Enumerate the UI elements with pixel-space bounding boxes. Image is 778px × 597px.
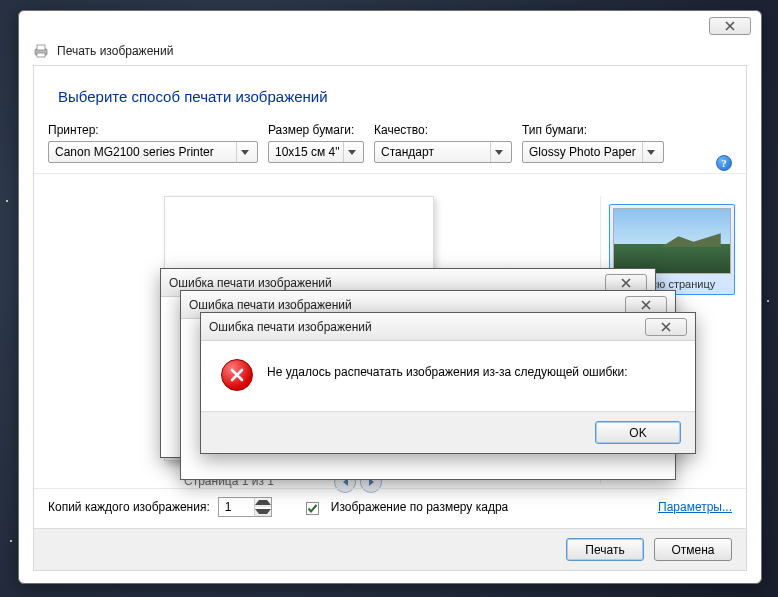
quality-select[interactable]: Стандарт bbox=[374, 141, 512, 163]
error-message: Не удалось распечатать изображения из-за… bbox=[267, 359, 628, 391]
parameters-link[interactable]: Параметры... bbox=[658, 500, 732, 514]
chevron-down-icon bbox=[490, 142, 507, 162]
print-button[interactable]: Печать bbox=[566, 538, 644, 561]
error-icon bbox=[221, 359, 253, 391]
print-button-label: Печать bbox=[585, 543, 624, 557]
window-close-button[interactable] bbox=[709, 17, 751, 35]
close-icon bbox=[639, 300, 653, 310]
fit-checkbox[interactable] bbox=[306, 502, 319, 515]
paper-size-value: 10x15 см 4"x bbox=[275, 145, 339, 159]
dialog-titlebar: Ошибка печати изображений bbox=[201, 313, 695, 341]
printer-icon bbox=[33, 43, 49, 59]
dialog-title: Ошибка печати изображений bbox=[169, 276, 332, 290]
close-icon bbox=[619, 278, 633, 288]
window-title-row: Печать изображений bbox=[19, 41, 761, 65]
chevron-down-icon bbox=[236, 142, 253, 162]
svg-rect-2 bbox=[37, 53, 45, 57]
printer-label: Принтер: bbox=[48, 123, 258, 137]
printer-select[interactable]: Canon MG2100 series Printer bbox=[48, 141, 258, 163]
printer-value: Canon MG2100 series Printer bbox=[55, 145, 214, 159]
quality-value: Стандарт bbox=[381, 145, 434, 159]
chevron-down-icon bbox=[343, 142, 359, 162]
paper-type-select[interactable]: Glossy Photo Paper bbox=[522, 141, 664, 163]
paper-size-select[interactable]: 10x15 см 4"x bbox=[268, 141, 364, 163]
ok-button[interactable]: OK bbox=[595, 421, 681, 444]
svg-rect-1 bbox=[37, 45, 45, 50]
chevron-up-icon bbox=[255, 500, 271, 505]
fit-label: Изображение по размеру кадра bbox=[331, 500, 508, 514]
chevron-down-icon bbox=[255, 509, 271, 514]
ok-button-label: OK bbox=[629, 426, 646, 440]
cancel-button-label: Отмена bbox=[671, 543, 714, 557]
copies-value: 1 bbox=[219, 498, 254, 516]
cancel-button[interactable]: Отмена bbox=[654, 538, 732, 561]
copies-up-button[interactable] bbox=[255, 498, 271, 507]
dialog-close-button[interactable] bbox=[645, 318, 687, 336]
window-titlebar bbox=[19, 11, 761, 41]
quality-label: Качество: bbox=[374, 123, 512, 137]
close-icon bbox=[659, 322, 673, 332]
chevron-down-icon bbox=[642, 142, 659, 162]
window-title: Печать изображений bbox=[57, 44, 173, 58]
dialog-title: Ошибка печати изображений bbox=[189, 298, 352, 312]
dialog-body: Не удалось распечатать изображения из-за… bbox=[201, 341, 695, 411]
bottom-bar: Копий каждого изображения: 1 Изображение… bbox=[34, 488, 746, 524]
copies-label: Копий каждого изображения: bbox=[48, 500, 210, 514]
check-icon bbox=[307, 503, 318, 514]
copies-spinner[interactable]: 1 bbox=[218, 497, 272, 517]
layout-thumbnail bbox=[613, 208, 731, 274]
paper-size-label: Размер бумаги: bbox=[268, 123, 364, 137]
help-icon[interactable]: ? bbox=[716, 155, 732, 171]
paper-type-label: Тип бумаги: bbox=[522, 123, 664, 137]
dialog-close-button[interactable] bbox=[605, 274, 647, 292]
copies-down-button[interactable] bbox=[255, 507, 271, 516]
dialog-close-button[interactable] bbox=[625, 296, 667, 314]
dialog-title: Ошибка печати изображений bbox=[209, 320, 372, 334]
options-row: Принтер: Canon MG2100 series Printer Раз… bbox=[34, 123, 746, 174]
footer: Печать Отмена bbox=[34, 528, 746, 570]
dialog-footer: OK bbox=[201, 411, 695, 453]
page-heading: Выберите способ печати изображений bbox=[34, 66, 746, 123]
close-icon bbox=[723, 21, 737, 31]
error-dialog-1: Ошибка печати изображений Не удалось рас… bbox=[200, 312, 696, 454]
paper-type-value: Glossy Photo Paper bbox=[529, 145, 636, 159]
